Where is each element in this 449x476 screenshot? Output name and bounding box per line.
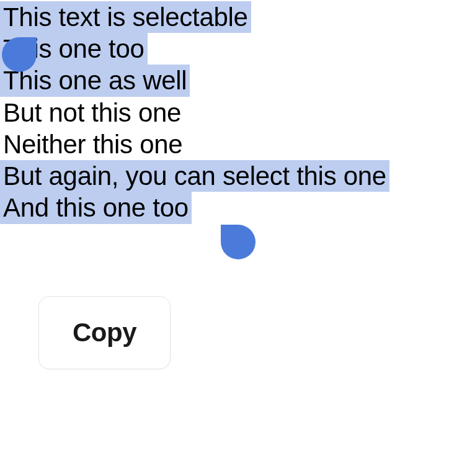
text-line-7[interactable]: And this one too [0,192,192,223]
text-line-5[interactable]: Neither this one [0,128,185,160]
text-line-1[interactable]: This text is selectable [0,1,251,33]
copy-button[interactable]: Copy [38,296,171,369]
selection-handle-start-icon[interactable] [2,37,37,72]
copy-button-label: Copy [73,318,136,347]
selection-handle-end-icon[interactable] [221,225,256,259]
text-line-6[interactable]: But again, you can select this one [0,160,389,192]
text-line-3[interactable]: This one as well [0,65,190,96]
text-line-4[interactable]: But not this one [0,97,184,128]
text-container: This text is selectable This one too Thi… [0,0,449,224]
